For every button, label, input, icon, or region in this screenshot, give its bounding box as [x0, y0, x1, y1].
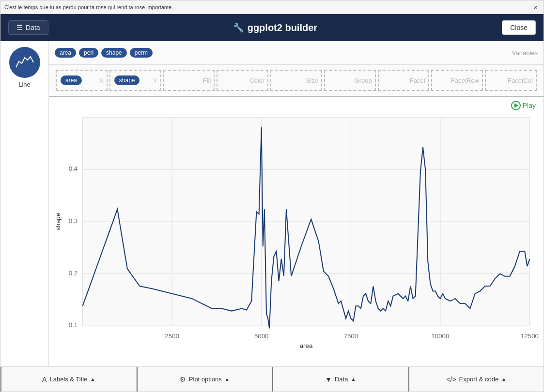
gear-icon: ⚙ — [180, 376, 186, 383]
geom-label: Line — [18, 81, 31, 88]
plot-area: Play — [49, 97, 544, 366]
aes-x-label: X — [99, 77, 104, 84]
variable-tag-area[interactable]: area — [55, 48, 76, 58]
export-code-label: Export & code — [459, 376, 499, 383]
svg-text:10000: 10000 — [431, 332, 449, 340]
main-area: Line area peri shape perm Variables area — [0, 41, 544, 366]
svg-text:0.1: 0.1 — [69, 321, 78, 329]
svg-text:0.2: 0.2 — [69, 270, 78, 277]
aes-color-box[interactable]: Color — [217, 70, 268, 91]
aes-size-label: Size — [306, 77, 318, 84]
svg-text:2500: 2500 — [165, 332, 179, 340]
play-label: Play — [523, 102, 536, 109]
aes-y-box[interactable]: shape Y — [109, 70, 161, 91]
variable-tag-peri[interactable]: peri — [79, 48, 98, 58]
export-code-button[interactable]: </> Export & code ▲ — [408, 367, 544, 392]
footer: A Labels & Title ▲ ⚙ Plot options ▲ ▼ Da… — [0, 366, 544, 392]
plot-options-button[interactable]: ⚙ Plot options ▲ — [137, 367, 273, 392]
aes-x-box[interactable]: area X — [56, 70, 108, 91]
aes-color-label: Color — [249, 77, 264, 84]
aes-facetrow-label: FacetRow — [451, 77, 480, 84]
aes-facet-box[interactable]: Facet — [378, 70, 430, 91]
labels-title-label: Labels & Title — [49, 376, 87, 383]
code-icon: </> — [446, 376, 456, 383]
labels-title-button[interactable]: A Labels & Title ▲ — [0, 367, 137, 392]
aes-group-box[interactable]: Group — [324, 70, 376, 91]
data-button[interactable]: ☰ Data — [8, 20, 48, 35]
variable-tag-shape[interactable]: shape — [101, 48, 127, 58]
geom-line-selector[interactable] — [9, 47, 40, 78]
svg-text:0.3: 0.3 — [69, 217, 78, 225]
variables-label: Variables — [512, 49, 538, 57]
svg-text:0.4: 0.4 — [69, 165, 78, 172]
title-bar-text: C'est le temps que tu as perdu pour ta r… — [4, 4, 173, 10]
svg-text:area: area — [300, 342, 313, 349]
title-bar: C'est le temps que tu as perdu pour ta r… — [0, 0, 544, 14]
aes-x-tag[interactable]: area — [61, 75, 82, 85]
play-triangle-icon — [514, 103, 518, 108]
play-button[interactable]: Play — [511, 101, 536, 110]
export-caret-icon: ▲ — [501, 377, 506, 382]
aes-size-box[interactable]: Size — [270, 70, 322, 91]
title-bar-close-button[interactable]: × — [532, 3, 540, 11]
data-filter-button[interactable]: ▼ Data ▲ — [272, 367, 408, 392]
aes-group-label: Group — [355, 77, 372, 84]
aes-fill-label: Fill — [203, 77, 211, 84]
svg-text:5000: 5000 — [254, 332, 269, 340]
variables-row: area peri shape perm Variables — [55, 45, 538, 60]
database-icon: ☰ — [16, 24, 23, 31]
aes-facetcol-box[interactable]: FacetCol — [485, 70, 537, 91]
variables-section: area peri shape perm Variables — [49, 41, 544, 65]
data-filter-label: Data — [335, 376, 348, 383]
right-panel: area peri shape perm Variables area X sh… — [49, 41, 544, 366]
data-caret-icon: ▲ — [351, 377, 356, 382]
line-chart-icon — [15, 53, 34, 72]
aes-y-tag[interactable]: shape — [114, 75, 140, 85]
aes-facetrow-box[interactable]: FacetRow — [431, 70, 483, 91]
line-chart: 0.4 0.3 0.2 0.1 2500 5000 7500 10000 125… — [53, 101, 540, 362]
svg-text:7500: 7500 — [343, 332, 358, 340]
aes-facetcol-label: FacetCol — [508, 77, 533, 84]
close-button[interactable]: Close — [502, 20, 536, 35]
plot-options-label: Plot options — [189, 376, 222, 383]
aesthetics-row: area X shape Y Fill Color Size — [55, 69, 538, 92]
main-window: C'est le temps que tu as perdu pour ta r… — [0, 0, 544, 392]
variable-tag-perm[interactable]: perm — [130, 48, 153, 58]
text-icon: A — [42, 376, 47, 383]
left-panel: Line — [0, 41, 49, 366]
svg-text:shape: shape — [54, 213, 62, 230]
app-title: 🔧 ggplot2 builder — [233, 22, 317, 33]
header: ☰ Data 🔧 ggplot2 builder Close — [0, 14, 544, 41]
aes-fill-box[interactable]: Fill — [163, 70, 215, 91]
wrench-icon: 🔧 — [233, 22, 244, 33]
aes-facet-label: Facet — [410, 77, 426, 84]
filter-icon: ▼ — [325, 376, 332, 383]
aesthetics-section: area X shape Y Fill Color Size — [49, 65, 544, 97]
play-circle-icon — [511, 101, 521, 110]
labels-caret-icon: ▲ — [90, 377, 95, 382]
svg-text:12500: 12500 — [521, 332, 539, 340]
plot-options-caret-icon: ▲ — [225, 377, 230, 382]
aes-y-label: Y — [153, 77, 157, 84]
